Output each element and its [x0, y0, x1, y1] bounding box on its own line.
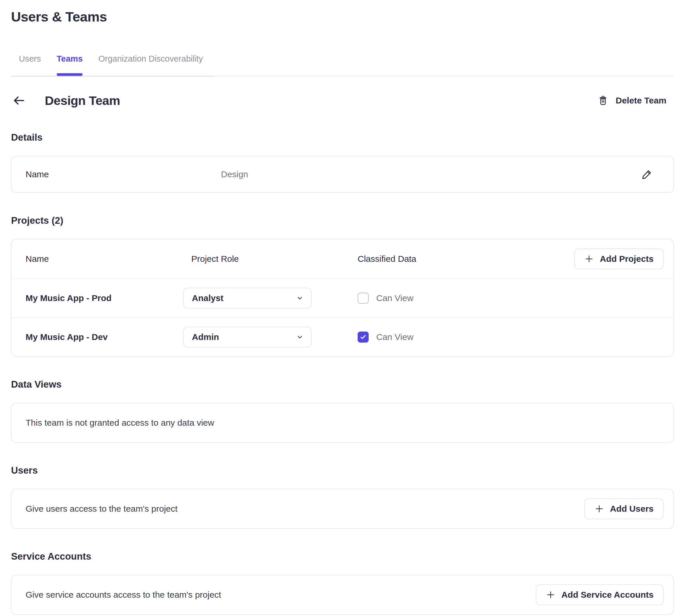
service-accounts-card: Give service accounts access to the team… [11, 575, 674, 615]
service-accounts-heading: Service Accounts [11, 551, 674, 562]
can-view-checkbox[interactable] [358, 292, 369, 304]
can-view-label: Can View [376, 332, 413, 342]
users-heading: Users [11, 465, 674, 476]
tab-users[interactable]: Users [19, 54, 41, 76]
check-icon [359, 333, 367, 341]
plus-icon [594, 504, 604, 514]
projects-table: Name Project Role Classified Data Add Pr… [11, 239, 674, 357]
chevron-down-icon [296, 294, 303, 302]
team-header: Design Team Delete Team [11, 92, 674, 109]
add-users-button[interactable]: Add Users [584, 498, 663, 519]
pencil-icon [641, 168, 653, 180]
tab-bar: Users Teams Organization Discoverability [11, 54, 674, 77]
tab-organization-discoverability[interactable]: Organization Discoverability [98, 54, 202, 76]
column-header-project-role: Project Role [191, 254, 358, 264]
add-service-accounts-label: Add Service Accounts [561, 590, 654, 600]
service-accounts-description: Give service accounts access to the team… [26, 590, 221, 600]
project-role-value: Analyst [192, 293, 223, 303]
projects-heading: Projects (2) [11, 215, 674, 226]
add-users-label: Add Users [610, 504, 654, 514]
name-value: Design [221, 169, 248, 179]
delete-team-label: Delete Team [616, 95, 666, 106]
projects-table-header: Name Project Role Classified Data Add Pr… [12, 239, 673, 278]
back-button[interactable] [11, 93, 27, 108]
data-views-card: This team is not granted access to any d… [11, 403, 674, 443]
details-heading: Details [11, 132, 674, 143]
back-arrow-icon [12, 93, 26, 108]
page-title: Users & Teams [11, 9, 674, 25]
data-views-empty-text: This team is not granted access to any d… [26, 418, 214, 428]
name-label: Name [26, 169, 221, 179]
can-view-label: Can View [376, 293, 413, 303]
column-header-name: Name [26, 254, 191, 264]
team-title: Design Team [45, 93, 120, 108]
project-role-select[interactable]: Admin [183, 327, 312, 348]
project-name: My Music App - Dev [26, 332, 191, 342]
edit-name-button[interactable] [641, 168, 653, 180]
table-row: My Music App - Prod Analyst [12, 278, 673, 317]
users-teams-page: Users & Teams Users Teams Organization D… [0, 0, 685, 615]
add-service-accounts-button[interactable]: Add Service Accounts [536, 584, 663, 605]
table-row: My Music App - Dev Admin Ca [12, 317, 673, 356]
tab-teams[interactable]: Teams [57, 54, 83, 76]
delete-team-button[interactable]: Delete Team [598, 95, 666, 106]
can-view-checkbox[interactable] [358, 332, 369, 343]
trash-icon [598, 95, 608, 106]
column-header-classified-data: Classified Data [358, 254, 416, 264]
plus-icon [584, 254, 594, 264]
project-role-value: Admin [192, 332, 219, 342]
project-role-select[interactable]: Analyst [183, 288, 312, 309]
plus-icon [546, 590, 556, 600]
tab-divider [11, 76, 674, 77]
chevron-down-icon [296, 333, 303, 341]
project-name: My Music App - Prod [26, 293, 191, 303]
add-projects-label: Add Projects [600, 254, 654, 264]
users-description: Give users access to the team's project [26, 504, 178, 514]
users-card: Give users access to the team's project … [11, 489, 674, 529]
add-projects-button[interactable]: Add Projects [574, 248, 663, 269]
details-card: Name Design [11, 156, 674, 193]
data-views-heading: Data Views [11, 379, 674, 390]
tab-divider-strong [11, 76, 215, 77]
